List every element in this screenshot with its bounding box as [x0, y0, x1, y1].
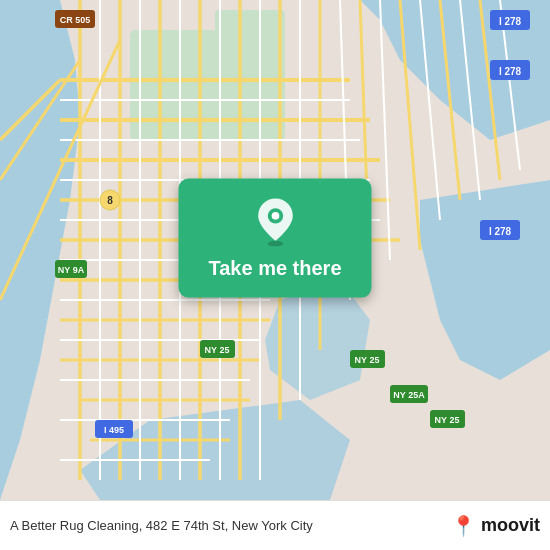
location-pin-icon	[253, 197, 297, 247]
svg-text:NY 25: NY 25	[205, 345, 230, 355]
moovit-pin-icon: 📍	[451, 514, 476, 538]
take-me-there-label: Take me there	[208, 257, 341, 280]
svg-text:NY 25: NY 25	[355, 355, 380, 365]
moovit-logo: 📍 moovit	[451, 514, 540, 538]
footer-bar: A Better Rug Cleaning, 482 E 74th St, Ne…	[0, 500, 550, 550]
svg-text:8: 8	[107, 195, 113, 206]
moovit-wordmark: moovit	[481, 515, 540, 536]
svg-text:I 278: I 278	[499, 66, 522, 77]
svg-point-75	[267, 241, 282, 247]
svg-text:CR 505: CR 505	[60, 15, 91, 25]
take-me-there-button[interactable]: Take me there	[178, 179, 371, 298]
svg-text:NY 25A: NY 25A	[393, 390, 425, 400]
take-me-there-overlay[interactable]: Take me there	[178, 179, 371, 298]
footer-address: A Better Rug Cleaning, 482 E 74th St, Ne…	[10, 518, 451, 533]
svg-text:NY 9A: NY 9A	[58, 265, 85, 275]
svg-text:I 495: I 495	[104, 425, 124, 435]
svg-text:NY 25: NY 25	[435, 415, 460, 425]
svg-text:I 278: I 278	[489, 226, 512, 237]
svg-point-77	[271, 212, 279, 220]
svg-text:I 278: I 278	[499, 16, 522, 27]
map-container: I 278 I 278 I 278 NY 25 NY 25 NY 25 NY 9…	[0, 0, 550, 500]
